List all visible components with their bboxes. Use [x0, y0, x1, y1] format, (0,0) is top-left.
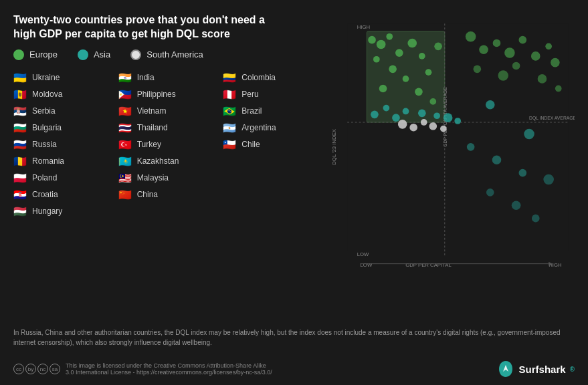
surfshark-icon: [496, 360, 515, 378]
legend-southamerica: South America: [130, 49, 203, 60]
list-item: 🇻🇳Vietnam: [118, 104, 217, 118]
svg-point-12: [407, 39, 417, 48]
svg-point-49: [467, 143, 475, 151]
svg-point-33: [421, 119, 427, 126]
left-panel: Twenty-two countries prove that you don'…: [13, 13, 321, 321]
list-item: 🇷🇺Russia: [13, 138, 112, 152]
flag-icon: 🇧🇬: [13, 123, 28, 133]
country-name: Croatia: [32, 190, 58, 199]
list-item: 🇵🇱Poland: [13, 171, 112, 185]
x-low-label: LOW: [361, 263, 373, 269]
southamerica-dot: [130, 49, 141, 60]
list-item: 🇷🇴Romania: [13, 154, 112, 168]
svg-point-44: [474, 66, 482, 74]
svg-point-39: [504, 47, 515, 58]
page-title: Twenty-two countries prove that you don'…: [13, 13, 268, 41]
flag-icon: 🇺🇦: [13, 73, 28, 83]
list-item: [223, 171, 321, 185]
svg-point-9: [386, 33, 393, 40]
list-item: 🇵🇭Philippines: [118, 88, 217, 102]
svg-point-50: [492, 155, 502, 164]
flag-icon: 🇷🇸: [13, 106, 28, 116]
country-name: Philippines: [137, 90, 176, 99]
flag-icon: 🇵🇱: [13, 173, 28, 183]
svg-point-8: [377, 40, 386, 49]
brand-trademark: ®: [570, 366, 575, 373]
country-name: Romania: [32, 156, 64, 166]
svg-point-55: [532, 215, 540, 223]
flag-icon: 🇭🇷: [13, 190, 28, 200]
flag-icon: 🇨🇴: [223, 73, 237, 83]
y-high-label: HIGH: [357, 24, 370, 30]
flag-icon: 🇮🇳: [118, 73, 133, 83]
flag-icon: 🇲🇾: [118, 173, 133, 183]
svg-point-17: [425, 69, 432, 76]
flag-icon: 🇻🇳: [118, 106, 133, 116]
svg-point-40: [518, 36, 526, 44]
svg-point-30: [524, 129, 534, 140]
svg-point-22: [383, 105, 390, 112]
country-name: Malaysia: [137, 173, 169, 182]
flag-icon: 🇹🇷: [118, 140, 133, 150]
svg-point-24: [403, 108, 409, 115]
list-item: 🇷🇸Serbia: [13, 104, 112, 118]
list-item: 🇧🇬Bulgaria: [13, 121, 112, 135]
license-text: This image is licensed under the Creativ…: [66, 362, 272, 376]
surfshark-logo: Surfshark ®: [496, 360, 575, 378]
page-container: Twenty-two countries prove that you don'…: [0, 0, 588, 385]
svg-point-51: [518, 169, 526, 177]
svg-point-18: [415, 88, 423, 96]
list-item: 🇦🇷Argentina: [223, 121, 321, 135]
flag-icon: 🇷🇺: [13, 140, 28, 150]
footer: cc by nc sa This image is licensed under…: [13, 354, 575, 378]
legend-asia: Asia: [78, 49, 110, 60]
brand-name: Surfshark: [519, 364, 566, 375]
svg-point-52: [543, 174, 554, 185]
country-name: Argentina: [241, 123, 276, 132]
x-mid-label: GDP PER CAPITAL: [405, 263, 452, 269]
svg-point-32: [409, 124, 417, 132]
svg-point-38: [493, 39, 501, 47]
list-item: 🇭🇷Croatia: [13, 188, 112, 202]
country-name: Turkey: [137, 140, 161, 149]
cc-license: cc by nc sa This image is licensed under…: [13, 362, 272, 376]
country-name: Russia: [32, 140, 57, 149]
svg-point-36: [466, 31, 476, 42]
svg-point-47: [538, 74, 547, 84]
svg-point-20: [429, 98, 436, 105]
country-name: Thailand: [137, 123, 168, 132]
country-name: Serbia: [32, 106, 56, 116]
asia-dot: [78, 49, 88, 60]
svg-point-25: [418, 110, 426, 118]
country-name: Kazakhstan: [137, 156, 179, 166]
country-name: Bulgaria: [32, 123, 62, 132]
y-axis-label: DQL '23 INDEX: [331, 129, 337, 165]
svg-point-53: [486, 188, 494, 197]
svg-point-15: [403, 76, 409, 82]
svg-point-54: [512, 201, 521, 210]
country-name: Brazil: [241, 106, 262, 116]
list-item: 🇺🇦Ukraine: [13, 71, 112, 85]
svg-point-19: [434, 43, 442, 51]
flag-icon: 🇰🇿: [118, 156, 133, 166]
list-item: [223, 188, 321, 202]
scatter-chart: DQL '23 INDEX HIGH LOW LOW GDP PER CAPIT…: [328, 13, 575, 274]
main-content: Twenty-two countries prove that you don'…: [13, 13, 575, 321]
list-item: 🇵🇪Peru: [223, 88, 321, 102]
svg-point-16: [379, 85, 387, 93]
svg-point-7: [368, 36, 376, 44]
svg-point-11: [373, 56, 380, 63]
svg-point-42: [545, 43, 552, 49]
list-item: 🇲🇾Malaysia: [118, 171, 217, 185]
svg-point-23: [392, 114, 400, 122]
svg-point-28: [454, 118, 461, 124]
svg-point-45: [498, 70, 508, 81]
list-item: 🇧🇷Brazil: [223, 104, 321, 118]
svg-point-14: [389, 66, 397, 74]
cc-icons: cc by nc sa: [13, 364, 60, 374]
country-name: Vietnam: [137, 106, 167, 116]
asia-label: Asia: [94, 49, 110, 59]
footnote: In Russia, China and other authoritarian…: [13, 328, 575, 348]
svg-point-27: [444, 113, 453, 122]
legend-row: Europe Asia South America: [13, 49, 321, 60]
